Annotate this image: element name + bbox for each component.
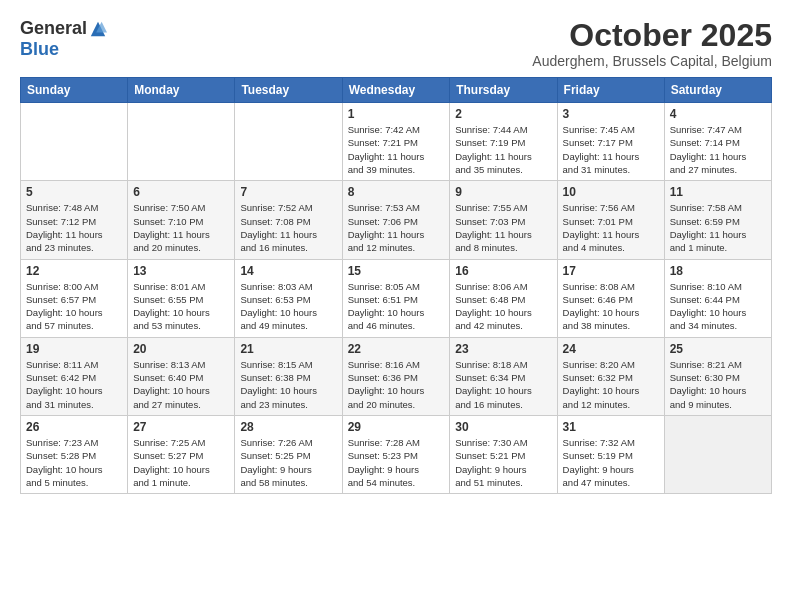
day-cell: 25Sunrise: 8:21 AM Sunset: 6:30 PM Dayli… bbox=[664, 337, 771, 415]
page: General Blue October 2025 Auderghem, Bru… bbox=[0, 0, 792, 612]
day-number: 23 bbox=[455, 342, 551, 356]
day-number: 5 bbox=[26, 185, 122, 199]
day-info: Sunrise: 7:55 AM Sunset: 7:03 PM Dayligh… bbox=[455, 201, 551, 254]
day-cell: 22Sunrise: 8:16 AM Sunset: 6:36 PM Dayli… bbox=[342, 337, 450, 415]
day-cell: 17Sunrise: 8:08 AM Sunset: 6:46 PM Dayli… bbox=[557, 259, 664, 337]
col-wednesday: Wednesday bbox=[342, 78, 450, 103]
day-cell: 14Sunrise: 8:03 AM Sunset: 6:53 PM Dayli… bbox=[235, 259, 342, 337]
day-info: Sunrise: 8:13 AM Sunset: 6:40 PM Dayligh… bbox=[133, 358, 229, 411]
day-cell: 12Sunrise: 8:00 AM Sunset: 6:57 PM Dayli… bbox=[21, 259, 128, 337]
day-cell: 19Sunrise: 8:11 AM Sunset: 6:42 PM Dayli… bbox=[21, 337, 128, 415]
day-number: 22 bbox=[348, 342, 445, 356]
title-section: October 2025 Auderghem, Brussels Capital… bbox=[532, 18, 772, 69]
day-cell: 20Sunrise: 8:13 AM Sunset: 6:40 PM Dayli… bbox=[128, 337, 235, 415]
day-cell: 6Sunrise: 7:50 AM Sunset: 7:10 PM Daylig… bbox=[128, 181, 235, 259]
day-number: 28 bbox=[240, 420, 336, 434]
week-row-4: 19Sunrise: 8:11 AM Sunset: 6:42 PM Dayli… bbox=[21, 337, 772, 415]
day-cell: 1Sunrise: 7:42 AM Sunset: 7:21 PM Daylig… bbox=[342, 103, 450, 181]
col-monday: Monday bbox=[128, 78, 235, 103]
day-info: Sunrise: 8:06 AM Sunset: 6:48 PM Dayligh… bbox=[455, 280, 551, 333]
day-info: Sunrise: 7:30 AM Sunset: 5:21 PM Dayligh… bbox=[455, 436, 551, 489]
day-cell: 8Sunrise: 7:53 AM Sunset: 7:06 PM Daylig… bbox=[342, 181, 450, 259]
week-row-3: 12Sunrise: 8:00 AM Sunset: 6:57 PM Dayli… bbox=[21, 259, 772, 337]
month-title: October 2025 bbox=[532, 18, 772, 53]
day-cell: 27Sunrise: 7:25 AM Sunset: 5:27 PM Dayli… bbox=[128, 415, 235, 493]
day-info: Sunrise: 8:15 AM Sunset: 6:38 PM Dayligh… bbox=[240, 358, 336, 411]
logo-icon bbox=[89, 20, 107, 38]
day-number: 31 bbox=[563, 420, 659, 434]
day-cell: 3Sunrise: 7:45 AM Sunset: 7:17 PM Daylig… bbox=[557, 103, 664, 181]
day-cell bbox=[21, 103, 128, 181]
day-info: Sunrise: 7:25 AM Sunset: 5:27 PM Dayligh… bbox=[133, 436, 229, 489]
day-cell: 13Sunrise: 8:01 AM Sunset: 6:55 PM Dayli… bbox=[128, 259, 235, 337]
day-info: Sunrise: 8:21 AM Sunset: 6:30 PM Dayligh… bbox=[670, 358, 766, 411]
day-number: 30 bbox=[455, 420, 551, 434]
day-number: 15 bbox=[348, 264, 445, 278]
day-cell: 9Sunrise: 7:55 AM Sunset: 7:03 PM Daylig… bbox=[450, 181, 557, 259]
week-row-2: 5Sunrise: 7:48 AM Sunset: 7:12 PM Daylig… bbox=[21, 181, 772, 259]
day-info: Sunrise: 8:08 AM Sunset: 6:46 PM Dayligh… bbox=[563, 280, 659, 333]
day-cell: 30Sunrise: 7:30 AM Sunset: 5:21 PM Dayli… bbox=[450, 415, 557, 493]
day-number: 3 bbox=[563, 107, 659, 121]
day-info: Sunrise: 7:26 AM Sunset: 5:25 PM Dayligh… bbox=[240, 436, 336, 489]
col-friday: Friday bbox=[557, 78, 664, 103]
week-row-1: 1Sunrise: 7:42 AM Sunset: 7:21 PM Daylig… bbox=[21, 103, 772, 181]
day-number: 8 bbox=[348, 185, 445, 199]
header: General Blue October 2025 Auderghem, Bru… bbox=[20, 18, 772, 69]
day-number: 6 bbox=[133, 185, 229, 199]
day-cell: 4Sunrise: 7:47 AM Sunset: 7:14 PM Daylig… bbox=[664, 103, 771, 181]
calendar: Sunday Monday Tuesday Wednesday Thursday… bbox=[20, 77, 772, 494]
day-cell: 11Sunrise: 7:58 AM Sunset: 6:59 PM Dayli… bbox=[664, 181, 771, 259]
day-number: 9 bbox=[455, 185, 551, 199]
day-number: 14 bbox=[240, 264, 336, 278]
day-info: Sunrise: 7:45 AM Sunset: 7:17 PM Dayligh… bbox=[563, 123, 659, 176]
header-row: Sunday Monday Tuesday Wednesday Thursday… bbox=[21, 78, 772, 103]
day-info: Sunrise: 7:52 AM Sunset: 7:08 PM Dayligh… bbox=[240, 201, 336, 254]
day-info: Sunrise: 7:44 AM Sunset: 7:19 PM Dayligh… bbox=[455, 123, 551, 176]
day-cell: 24Sunrise: 8:20 AM Sunset: 6:32 PM Dayli… bbox=[557, 337, 664, 415]
day-cell: 5Sunrise: 7:48 AM Sunset: 7:12 PM Daylig… bbox=[21, 181, 128, 259]
day-cell bbox=[664, 415, 771, 493]
logo-general: General bbox=[20, 18, 87, 39]
day-cell: 18Sunrise: 8:10 AM Sunset: 6:44 PM Dayli… bbox=[664, 259, 771, 337]
day-cell: 2Sunrise: 7:44 AM Sunset: 7:19 PM Daylig… bbox=[450, 103, 557, 181]
col-saturday: Saturday bbox=[664, 78, 771, 103]
day-info: Sunrise: 7:32 AM Sunset: 5:19 PM Dayligh… bbox=[563, 436, 659, 489]
day-cell: 28Sunrise: 7:26 AM Sunset: 5:25 PM Dayli… bbox=[235, 415, 342, 493]
logo-blue: Blue bbox=[20, 39, 59, 59]
day-number: 24 bbox=[563, 342, 659, 356]
day-info: Sunrise: 7:48 AM Sunset: 7:12 PM Dayligh… bbox=[26, 201, 122, 254]
day-info: Sunrise: 8:11 AM Sunset: 6:42 PM Dayligh… bbox=[26, 358, 122, 411]
day-number: 17 bbox=[563, 264, 659, 278]
day-number: 25 bbox=[670, 342, 766, 356]
day-info: Sunrise: 8:16 AM Sunset: 6:36 PM Dayligh… bbox=[348, 358, 445, 411]
logo: General Blue bbox=[20, 18, 107, 60]
day-number: 12 bbox=[26, 264, 122, 278]
col-tuesday: Tuesday bbox=[235, 78, 342, 103]
day-number: 10 bbox=[563, 185, 659, 199]
day-cell: 15Sunrise: 8:05 AM Sunset: 6:51 PM Dayli… bbox=[342, 259, 450, 337]
day-cell: 26Sunrise: 7:23 AM Sunset: 5:28 PM Dayli… bbox=[21, 415, 128, 493]
day-info: Sunrise: 7:47 AM Sunset: 7:14 PM Dayligh… bbox=[670, 123, 766, 176]
day-cell: 21Sunrise: 8:15 AM Sunset: 6:38 PM Dayli… bbox=[235, 337, 342, 415]
day-number: 29 bbox=[348, 420, 445, 434]
location: Auderghem, Brussels Capital, Belgium bbox=[532, 53, 772, 69]
day-number: 16 bbox=[455, 264, 551, 278]
day-cell: 7Sunrise: 7:52 AM Sunset: 7:08 PM Daylig… bbox=[235, 181, 342, 259]
day-info: Sunrise: 7:58 AM Sunset: 6:59 PM Dayligh… bbox=[670, 201, 766, 254]
day-info: Sunrise: 8:20 AM Sunset: 6:32 PM Dayligh… bbox=[563, 358, 659, 411]
day-number: 21 bbox=[240, 342, 336, 356]
day-cell: 31Sunrise: 7:32 AM Sunset: 5:19 PM Dayli… bbox=[557, 415, 664, 493]
day-number: 2 bbox=[455, 107, 551, 121]
day-info: Sunrise: 8:18 AM Sunset: 6:34 PM Dayligh… bbox=[455, 358, 551, 411]
day-number: 20 bbox=[133, 342, 229, 356]
day-number: 27 bbox=[133, 420, 229, 434]
day-cell: 10Sunrise: 7:56 AM Sunset: 7:01 PM Dayli… bbox=[557, 181, 664, 259]
day-number: 4 bbox=[670, 107, 766, 121]
day-info: Sunrise: 7:23 AM Sunset: 5:28 PM Dayligh… bbox=[26, 436, 122, 489]
day-number: 1 bbox=[348, 107, 445, 121]
day-info: Sunrise: 7:28 AM Sunset: 5:23 PM Dayligh… bbox=[348, 436, 445, 489]
day-info: Sunrise: 7:53 AM Sunset: 7:06 PM Dayligh… bbox=[348, 201, 445, 254]
day-info: Sunrise: 8:01 AM Sunset: 6:55 PM Dayligh… bbox=[133, 280, 229, 333]
day-number: 26 bbox=[26, 420, 122, 434]
